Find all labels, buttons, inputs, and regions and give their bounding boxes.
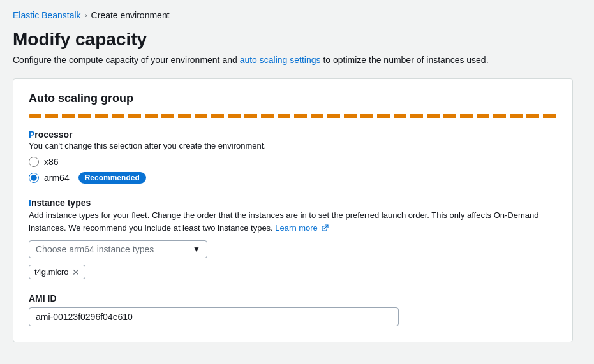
processor-sublabel: You can't change this selection after yo… [29, 141, 557, 150]
tag-list: t4g.micro ✕ [29, 265, 557, 279]
tag-chip-t4g-micro: t4g.micro ✕ [29, 265, 85, 279]
radio-label-arm64: arm64 [44, 173, 70, 183]
dropdown-arrow-icon: ▼ [193, 245, 200, 254]
page-title: Modify capacity [13, 29, 581, 50]
processor-section: Processor You can't change this selectio… [29, 129, 557, 184]
instance-description: Add instance types for your fleet. Chang… [29, 209, 557, 234]
learn-more-link[interactable]: Learn more [275, 223, 329, 233]
instance-label-rest: nstance types [31, 198, 91, 208]
description-text-before: Configure the compute capacity of your e… [13, 55, 240, 65]
radio-item-x86[interactable]: x86 [29, 157, 557, 167]
radio-arm64[interactable] [29, 173, 39, 183]
instance-type-dropdown[interactable]: Choose arm64 instance types ▼ [29, 240, 207, 258]
radio-item-arm64[interactable]: arm64 Recommended [29, 172, 557, 184]
external-link-icon [321, 224, 329, 232]
page-description: Configure the compute capacity of your e… [13, 54, 581, 67]
tag-chip-label: t4g.micro [34, 267, 68, 277]
dropdown-placeholder: Choose arm64 instance types [36, 244, 193, 254]
description-text-after: to optimize the number of instances used… [321, 55, 489, 65]
breadcrumb: Elastic Beanstalk › Create environment [13, 10, 581, 20]
radio-x86[interactable] [29, 157, 39, 167]
dashed-divider [29, 114, 557, 118]
processor-label: Processor [29, 129, 557, 140]
auto-scaling-settings-link[interactable]: auto scaling settings [240, 55, 321, 65]
badge-recommended: Recommended [78, 172, 146, 184]
processor-label-highlight: P [29, 129, 34, 140]
breadcrumb-current: Create environment [91, 10, 170, 20]
breadcrumb-chevron: › [85, 11, 87, 20]
instance-types-section: Instance types Add instance types for yo… [29, 198, 557, 279]
ami-section: AMI ID [29, 293, 557, 326]
ami-label: AMI ID [29, 293, 557, 303]
card-title: Auto scaling group [29, 92, 557, 105]
breadcrumb-link-elastic-beanstalk[interactable]: Elastic Beanstalk [13, 10, 81, 20]
learn-more-text: Learn more [275, 223, 317, 233]
processor-radio-group: x86 arm64 Recommended [29, 157, 557, 184]
processor-label-rest: rocessor [34, 129, 72, 140]
ami-input[interactable] [29, 307, 399, 326]
instance-types-label: Instance types [29, 198, 557, 208]
radio-label-x86: x86 [44, 157, 59, 167]
card: Auto scaling group Processor You can't c… [13, 78, 573, 342]
tag-chip-close-icon[interactable]: ✕ [72, 268, 80, 277]
